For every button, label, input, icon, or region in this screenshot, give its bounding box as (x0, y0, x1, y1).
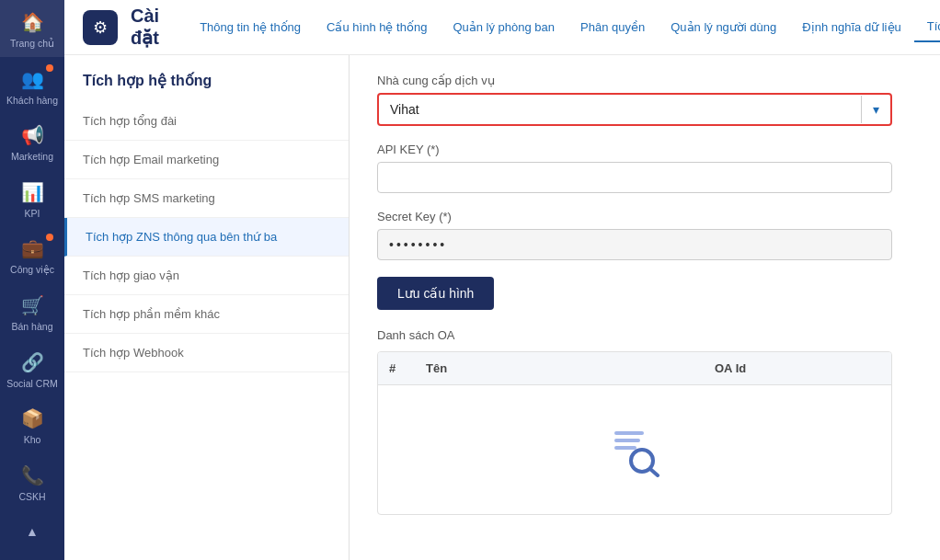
topbar-icon: ⚙ (83, 10, 118, 45)
oa-table-empty (378, 385, 891, 514)
menu-item-tong-dai[interactable]: Tích hợp tổng đài (64, 102, 349, 141)
page-title: Cài đặt (131, 6, 159, 49)
chevron-up-icon: ▲ (19, 519, 45, 544)
sidebar-item-cong-viec[interactable]: 💼 Công việc (0, 226, 64, 283)
api-key-field-group: API KEY (*) (377, 143, 892, 193)
svg-line-4 (650, 469, 658, 475)
left-panel-title: Tích hợp hệ thống (64, 55, 349, 102)
oa-list-label: Danh sách OA (377, 328, 892, 342)
sidebar-item-khach-hang[interactable]: 👥 Khách hàng (0, 57, 64, 114)
menu-item-webhook[interactable]: Tích hợp Webhook (64, 334, 349, 372)
kpi-icon: 📊 (19, 179, 45, 205)
sidebar-item-label: Social CRM (6, 378, 57, 390)
menu-item-email[interactable]: Tích hợp Email marketing (64, 141, 349, 179)
nav-tabs: Thông tin hệ thống Cấu hình hệ thống Quả… (187, 12, 940, 42)
provider-field-group: Nhà cung cấp dịch vụ Vihat ▾ (377, 74, 892, 126)
menu-item-zns[interactable]: Tích hợp ZNS thông qua bên thứ ba (64, 218, 349, 257)
menu-item-sms[interactable]: Tích hợp SMS marketing (64, 179, 349, 218)
sidebar-item-label: Bán hàng (12, 321, 53, 333)
form-section: Nhà cung cấp dịch vụ Vihat ▾ API KEY (*) (377, 74, 892, 515)
tab-tich-hop[interactable]: Tích hợp (914, 12, 940, 42)
provider-label: Nhà cung cấp dịch vụ (377, 74, 892, 87)
notification-badge (46, 234, 53, 241)
oa-table: # Tên OA Id (377, 351, 892, 515)
sidebar-item-trang-chu[interactable]: 🏠 Trang chủ (0, 0, 64, 57)
sidebar-item-ban-hang[interactable]: 🛒 Bán hàng (0, 283, 64, 340)
svg-rect-1 (614, 439, 640, 442)
tab-thong-tin[interactable]: Thông tin hệ thống (187, 13, 314, 41)
sidebar-item-marketing[interactable]: 📢 Marketing (0, 113, 64, 170)
left-panel: Tích hợp hệ thống Tích hợp tổng đài Tích… (64, 55, 350, 560)
sidebar-item-social-crm[interactable]: 🔗 Social CRM (0, 340, 64, 397)
tab-quan-ly-nd[interactable]: Quản lý người dùng (658, 13, 789, 41)
sales-icon: 🛒 (19, 292, 45, 318)
sidebar-item-label: Công việc (10, 264, 54, 276)
secret-key-label: Secret Key (*) (377, 210, 892, 223)
svg-rect-0 (614, 431, 644, 435)
main-content: ⚙ Cài đặt Thông tin hệ thống Cấu hình hệ… (64, 0, 940, 560)
tab-cau-hinh[interactable]: Cấu hình hệ thống (314, 13, 440, 41)
sidebar-item-cskh[interactable]: 📞 CSKH (0, 453, 64, 510)
empty-search-icon (607, 422, 662, 477)
sidebar-item-label: Trang chủ (10, 38, 54, 50)
sidebar-item-expand-up[interactable]: ▲ (0, 509, 64, 554)
sidebar-item-expand-down[interactable]: ▼ (0, 554, 64, 560)
secret-key-field-group: Secret Key (*) (377, 210, 892, 260)
sidebar-item-label: CSKH (18, 491, 45, 503)
sidebar-item-kho[interactable]: 📦 Kho (0, 396, 64, 453)
work-icon: 💼 (19, 235, 45, 261)
phone-icon: 📞 (19, 463, 45, 488)
warehouse-icon: 📦 (19, 406, 45, 431)
sidebar-item-label: Marketing (11, 151, 53, 163)
sidebar-item-kpi[interactable]: 📊 KPI (0, 170, 64, 227)
col-num-header: # (389, 361, 426, 375)
sidebar-item-label: KPI (25, 208, 40, 220)
notification-badge (46, 64, 53, 72)
col-name-header: Tên (426, 361, 715, 375)
provider-select-value: Vihat (379, 95, 861, 124)
social-icon: 🔗 (19, 349, 45, 375)
col-id-header: OA Id (715, 361, 880, 375)
right-panel: Nhà cung cấp dịch vụ Vihat ▾ API KEY (*) (350, 55, 940, 560)
topbar: ⚙ Cài đặt Thông tin hệ thống Cấu hình hệ… (64, 0, 940, 55)
tab-phan-quyen[interactable]: Phân quyền (567, 13, 658, 41)
content-area: Tích hợp hệ thống Tích hợp tổng đài Tích… (64, 55, 940, 560)
svg-rect-2 (614, 446, 636, 450)
menu-item-giao-van[interactable]: Tích hợp giao vận (64, 257, 349, 295)
chevron-down-icon[interactable]: ▾ (862, 102, 890, 117)
tab-quan-ly-pb[interactable]: Quản lý phòng ban (440, 13, 567, 41)
sidebar-item-label: Kho (24, 434, 41, 446)
sidebar-item-label: Khách hàng (6, 95, 58, 107)
sidebar: 🏠 Trang chủ 👥 Khách hàng 📢 Marketing 📊 K… (0, 0, 64, 560)
home-icon: 🏠 (19, 9, 45, 35)
tab-dinh-nghia[interactable]: Định nghĩa dữ liệu (789, 13, 913, 41)
users-icon: 👥 (19, 66, 45, 92)
marketing-icon: 📢 (19, 122, 45, 148)
api-key-label: API KEY (*) (377, 143, 892, 156)
secret-key-input[interactable] (377, 229, 892, 260)
oa-table-header: # Tên OA Id (378, 352, 891, 385)
save-button[interactable]: Lưu cấu hình (377, 277, 494, 310)
api-key-input[interactable] (377, 162, 892, 193)
menu-item-phan-mem[interactable]: Tích hợp phần mềm khác (64, 295, 349, 334)
provider-select[interactable]: Vihat ▾ (377, 93, 892, 126)
